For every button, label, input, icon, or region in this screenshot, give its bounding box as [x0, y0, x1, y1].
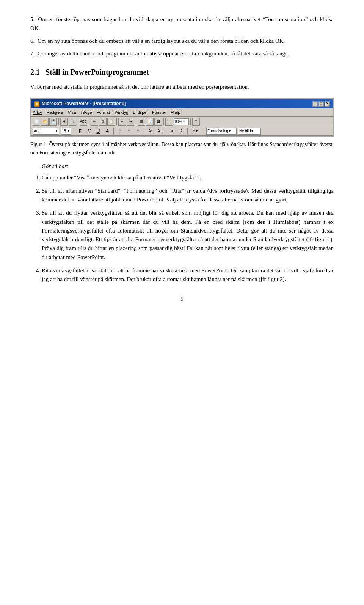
align-left-button: ≡	[116, 128, 124, 135]
page-content: 5. Om ett fönster öppnas som frågar hur …	[30, 15, 334, 303]
paragraph-5: 5. Om ett fönster öppnas som frågar hur …	[30, 15, 334, 33]
fmt-sep6	[204, 128, 204, 135]
item-number-5: 5.	[30, 16, 35, 22]
decrease-font-button: A↓	[156, 128, 163, 135]
section-number: 2.1	[30, 68, 40, 76]
menu-format: Format	[97, 109, 110, 116]
bold-button: F	[76, 128, 84, 135]
font-name-dropdown: Arial ▼	[33, 128, 59, 135]
menu-verktyg: Verktyg	[115, 109, 129, 116]
menu-visa: Visa	[68, 109, 76, 116]
figure-caption: Figur 1: Överst på skärmen syns i allmän…	[30, 140, 334, 157]
font-size-dropdown: 18 ▼	[61, 128, 71, 135]
design-dropdown: Formgivning ▼	[206, 128, 237, 135]
sep7	[190, 118, 191, 125]
section-title: Ställ in PowerPointprogrammet	[46, 68, 149, 76]
item-number-6: 6.	[30, 38, 35, 44]
formatting-toolbar: Arial ▼ 18 ▼ F K U S ≡ ≡ ≡ A↑ A↓ ⁕ ⁑ A▼	[31, 127, 333, 136]
tb-spellcheck: ABC	[80, 118, 87, 126]
bullet-list-button: ⁕	[168, 128, 176, 135]
minimize-icon: _	[312, 101, 318, 107]
tb-paste: 📋	[107, 118, 115, 126]
shadow-button: S	[104, 128, 111, 135]
list-item-1-text: Gå upp under “Visa”-menyn och klicka på …	[42, 174, 201, 181]
fmt-sep1	[74, 128, 74, 135]
font-chevron-icon: ▼	[55, 129, 58, 134]
fmt-sep5	[187, 128, 188, 135]
paragraph-7: 7. Om inget av detta händer och programm…	[30, 49, 334, 58]
tb-print: 🖨	[60, 118, 68, 126]
page-number: 5	[30, 295, 334, 303]
menu-infoga: Infoga	[80, 109, 92, 116]
fmt-sep3	[144, 128, 144, 135]
new-slide-chevron-icon: ▼	[251, 129, 254, 134]
maximize-icon: □	[318, 101, 324, 107]
font-color-button: A▼	[190, 128, 201, 135]
list-item-1: Gå upp under “Visa”-menyn och klicka på …	[42, 173, 334, 182]
instruction-list: Gå upp under “Visa”-menyn och klicka på …	[42, 173, 334, 284]
menu-hjalp: Hjälp	[171, 109, 180, 116]
tb-zoom-dropdown: 90% ▼	[174, 118, 189, 125]
increase-font-button: A↑	[147, 128, 154, 135]
tb-copy: ⧉	[99, 118, 107, 126]
menu-bildspel: Bildspel	[133, 109, 147, 116]
paragraph-6: 6. Om en ny ruta öppnas och du ombeds at…	[30, 37, 334, 46]
sep3	[89, 118, 89, 125]
section-heading: 2.1 Ställ in PowerPointprogrammet	[30, 66, 334, 78]
fmt-sep2	[113, 128, 114, 135]
list-item-2-text: Se till att alternativen “Standard”, “Fo…	[42, 188, 334, 203]
sep1	[58, 118, 59, 125]
powerpoint-icon: P	[34, 101, 39, 107]
menu-arkiv: Arkiv	[33, 109, 42, 116]
menu-redigera: Redigera	[46, 109, 63, 116]
tb-new: 📄	[33, 118, 40, 126]
tb-open: 📂	[41, 118, 49, 126]
close-icon: ✕	[325, 101, 330, 107]
tb-undo: ↩	[118, 118, 126, 126]
figure-titlebar-text: Microsoft PowerPoint - [Presentation1]	[42, 100, 126, 107]
new-slide-dropdown: Ny bild ▼	[238, 128, 261, 135]
tb-help: ?	[192, 118, 200, 126]
tb-zoom-in: +	[165, 118, 173, 126]
sep6	[163, 118, 164, 125]
numbered-list-button: ⁑	[177, 128, 185, 135]
align-center-button: ≡	[125, 128, 133, 135]
tb-insert-table: ▦	[138, 118, 145, 126]
menu-fonster: Fönster	[152, 109, 166, 116]
tb-insert-picture: 🖼	[154, 118, 162, 126]
section-intro: Vi börjar med att ställa in programmet s…	[30, 83, 334, 91]
tb-preview: 🔍	[69, 118, 76, 126]
list-item-4-text: Rita-verktygsfältet är särskilt bra att …	[42, 267, 334, 282]
sep4	[116, 118, 117, 125]
chevron-down-icon: ▼	[182, 119, 185, 124]
underline-button: U	[94, 128, 102, 135]
size-chevron-icon: ▼	[67, 129, 70, 134]
list-item-3-text: Se till att du flyttar verktygsfälten så…	[42, 210, 334, 260]
italic-button: K	[85, 128, 93, 135]
list-item-4: Rita-verktygsfältet är särskilt bra att …	[42, 266, 334, 284]
tb-cut: ✂	[91, 118, 98, 126]
list-item-3: Se till att du flyttar verktygsfälten så…	[42, 209, 334, 262]
sep2	[78, 118, 78, 125]
fmt-sep4	[166, 128, 166, 135]
tb-redo: ↪	[127, 118, 134, 126]
tb-insert-chart: 📊	[146, 118, 154, 126]
gor-sa-har: Gör så här:	[42, 162, 334, 171]
figure-menubar: Arkiv Redigera Visa Infoga Format Verkty…	[31, 108, 333, 117]
figure-titlebar: P Microsoft PowerPoint - [Presentation1]…	[31, 99, 333, 108]
sep5	[136, 118, 136, 125]
list-item-2: Se till att alternativen “Standard”, “Fo…	[42, 187, 334, 204]
item-number-7: 7.	[30, 50, 35, 57]
tb-save: 💾	[49, 118, 57, 126]
align-right-button: ≡	[134, 128, 142, 135]
design-chevron-icon: ▼	[228, 129, 231, 134]
figure-box: P Microsoft PowerPoint - [Presentation1]…	[30, 98, 334, 137]
standard-toolbar: 📄 📂 💾 🖨 🔍 ABC ✂ ⧉ 📋 ↩ ↪ ▦ 📊 🖼 + 90% ▼	[31, 117, 333, 127]
